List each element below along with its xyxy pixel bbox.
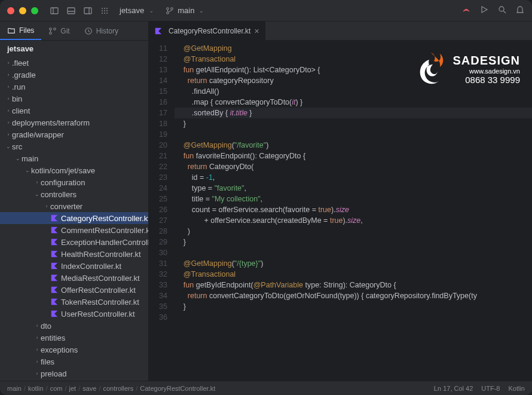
close-window[interactable]: [7, 7, 14, 14]
code-line[interactable]: }: [175, 301, 532, 312]
tree-folder[interactable]: ›.run: [0, 81, 148, 93]
code-line[interactable]: return convertCategoryToDto(getOrNotFoun…: [175, 290, 532, 301]
code-line[interactable]: ): [175, 226, 532, 237]
code-line[interactable]: fun getByIdEndpoint(@PathVariable type: …: [175, 280, 532, 290]
code-line[interactable]: .findAll(): [175, 86, 532, 97]
tree-folder[interactable]: ›files: [0, 356, 148, 368]
tree-label: exceptions: [41, 345, 78, 354]
project-name: jetsave: [120, 6, 144, 15]
code-line[interactable]: .sortedBy { it.title }: [175, 108, 532, 118]
tree-folder[interactable]: ›converter: [0, 200, 148, 212]
branch-name: main: [178, 6, 194, 15]
tree-file[interactable]: CommentRestController.kt: [0, 224, 148, 236]
tab-files[interactable]: Files: [0, 22, 41, 40]
code-lines[interactable]: @GetMapping @Transactional fun getAllEnd…: [175, 41, 532, 381]
run-icon[interactable]: [479, 5, 489, 16]
notifications-icon[interactable]: [515, 5, 525, 16]
branch-selector[interactable]: main ⌄: [166, 6, 205, 15]
svg-point-21: [50, 32, 52, 34]
tree-file[interactable]: IndexController.kt: [0, 260, 148, 272]
panel-left-icon[interactable]: [48, 4, 61, 17]
breadcrumb[interactable]: main/kotlin/com/jet/save/controllers/Cat…: [7, 385, 434, 392]
tree-label: gradle/wrapper: [12, 130, 64, 139]
titlebar: jetsave ⌄ main ⌄: [0, 0, 532, 22]
tree-folder[interactable]: ⌄kotlin/com/jet/save: [0, 164, 148, 176]
project-selector[interactable]: jetsave ⌄: [120, 6, 155, 15]
tree-file[interactable]: UserRestController.kt: [0, 308, 148, 320]
code-line[interactable]: type = "favorite",: [175, 183, 532, 194]
tree-folder[interactable]: ›deployments/terraform: [0, 117, 148, 128]
chevron-down-icon: ⌄: [198, 8, 205, 14]
chevron-right-icon: ›: [5, 120, 12, 125]
tree-label: .gradle: [12, 71, 36, 79]
code-line[interactable]: fun favoriteEndpoint(): CategoryDto {: [175, 151, 532, 161]
tree-label: client: [12, 106, 30, 115]
tree-folder[interactable]: ›bin: [0, 93, 148, 105]
grid-icon[interactable]: [98, 4, 111, 17]
code-line[interactable]: @GetMapping: [175, 43, 532, 54]
tree-label: dto: [41, 321, 51, 330]
editor-tab[interactable]: CategoryRestController.kt ×: [148, 22, 266, 40]
close-tab-icon[interactable]: ×: [254, 26, 259, 36]
tab-history-label: History: [96, 27, 118, 35]
tree-folder[interactable]: ›repositories: [0, 379, 148, 381]
tree-folder[interactable]: ›client: [0, 105, 148, 117]
minimize-window[interactable]: [19, 7, 26, 14]
chevron-right-icon: ›: [5, 72, 12, 78]
tree-folder[interactable]: ⌄main: [0, 152, 148, 164]
tree-label: HealthRestController.kt: [61, 250, 141, 259]
svg-point-12: [102, 13, 103, 14]
code-line[interactable]: title = "My collection",: [175, 194, 532, 204]
code-line[interactable]: @Transactional: [175, 269, 532, 280]
code-line[interactable]: fun getAllEndpoint(): List<CategoryDto> …: [175, 65, 532, 75]
tree-folder[interactable]: ›configuration: [0, 176, 148, 188]
tab-history[interactable]: History: [77, 22, 126, 40]
tree-label: main: [22, 154, 38, 163]
tree-label: .run: [12, 82, 25, 91]
code-line[interactable]: id = -1,: [175, 172, 532, 183]
code-line[interactable]: }: [175, 118, 532, 129]
tree-file[interactable]: CategoryRestController.kt: [0, 212, 148, 224]
tree-folder[interactable]: ›exceptions: [0, 344, 148, 356]
svg-line-19: [503, 11, 506, 13]
tree-file[interactable]: HealthRestController.kt: [0, 248, 148, 260]
tree-folder[interactable]: ›dto: [0, 320, 148, 332]
svg-point-18: [499, 7, 504, 11]
code-line[interactable]: @GetMapping("/{type}"): [175, 258, 532, 269]
tree-file[interactable]: MediaRestController.kt: [0, 272, 148, 284]
tree-folder[interactable]: ›.fleet: [0, 57, 148, 69]
cursor-position[interactable]: Ln 17, Col 42: [434, 385, 473, 392]
maximize-window[interactable]: [31, 7, 38, 14]
code-line[interactable]: [175, 312, 532, 323]
tree-file[interactable]: ExceptionHandlerController.kt: [0, 236, 148, 248]
project-root[interactable]: jetsave: [0, 41, 148, 57]
code-line[interactable]: @Transactional: [175, 54, 532, 65]
tree-folder[interactable]: ›preload: [0, 368, 148, 379]
code-line[interactable]: count = offerService.search(favorite = t…: [175, 204, 532, 215]
code-line[interactable]: [175, 247, 532, 258]
tree-file[interactable]: TokenRestController.kt: [0, 296, 148, 308]
tree-file[interactable]: OfferRestController.kt: [0, 284, 148, 296]
code-line[interactable]: return CategoryDto(: [175, 161, 532, 172]
language-mode[interactable]: Kotlin: [508, 385, 525, 392]
code-line[interactable]: [175, 129, 532, 140]
code-line[interactable]: .map { convertCategoryToDto(it) }: [175, 97, 532, 108]
code-line[interactable]: @GetMapping("/favorite"): [175, 140, 532, 151]
panel-bottom-icon[interactable]: [65, 4, 78, 17]
tree-folder[interactable]: ⌄src: [0, 140, 148, 152]
tree-folder[interactable]: ›gradle/wrapper: [0, 128, 148, 140]
svg-point-13: [104, 13, 105, 14]
connection-icon[interactable]: [461, 5, 471, 16]
code-line[interactable]: }: [175, 237, 532, 247]
code-line[interactable]: + offerService.search(createdByMe = true…: [175, 215, 532, 226]
chevron-right-icon: ›: [5, 108, 12, 114]
encoding[interactable]: UTF-8: [481, 385, 500, 392]
code-line[interactable]: return categoryRepository: [175, 75, 532, 86]
panel-right-icon[interactable]: [81, 4, 94, 17]
tree-folder[interactable]: ›.gradle: [0, 69, 148, 81]
tree-folder[interactable]: ⌄controllers: [0, 188, 148, 200]
chevron-down-icon: ⌄: [5, 143, 12, 149]
tree-folder[interactable]: ›entities: [0, 332, 148, 344]
search-icon[interactable]: [497, 5, 507, 16]
tab-git[interactable]: Git: [41, 22, 77, 40]
